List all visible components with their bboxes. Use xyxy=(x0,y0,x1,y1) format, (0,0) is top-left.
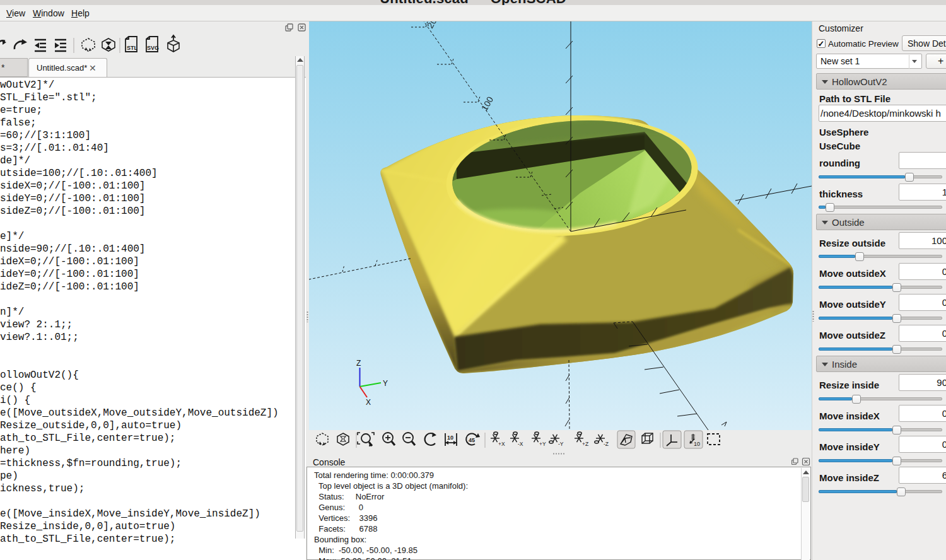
svg-text:-X: -X xyxy=(518,441,523,447)
svg-text:-Z: -Z xyxy=(604,441,609,447)
svg-text:+Y: +Y xyxy=(539,441,546,447)
svg-text:Z: Z xyxy=(356,359,361,368)
svg-text:SVG: SVG xyxy=(147,45,159,51)
svg-text:10: 10 xyxy=(447,435,453,441)
svg-text:+Z: +Z xyxy=(582,441,588,447)
svg-text:10: 10 xyxy=(694,441,700,447)
svg-text:-Y: -Y xyxy=(558,441,564,447)
svg-text:STL: STL xyxy=(127,45,138,51)
svg-text:+X: +X xyxy=(498,441,505,447)
svg-text:45: 45 xyxy=(469,437,475,443)
svg-text:Y: Y xyxy=(383,379,388,388)
svg-text:X: X xyxy=(366,398,371,407)
